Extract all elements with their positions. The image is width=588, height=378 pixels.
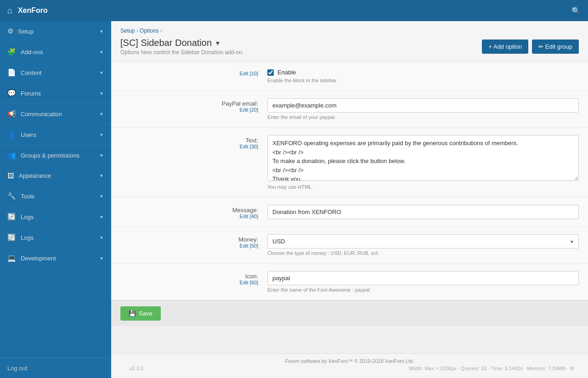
message-label: Message: Edit [40] [120,205,267,219]
sidebar-item-label: Add-ons [21,49,43,56]
paypal-email-row: PayPal email: Edit [20] Enter the email … [111,91,588,128]
sidebar-item-logs2[interactable]: 🔄 Logs ▼ [0,227,111,248]
money-label: Money: Edit [50] [120,234,267,248]
communication-icon: 📢 [7,110,16,118]
paypal-email-control: Enter the email of your paypal. [267,98,579,120]
sidebar-item-label: Development [21,255,56,262]
top-nav: ⌂ XenForo 🔍 [0,0,588,21]
page-subtitle: Options here control the Sidebar Donatio… [120,49,243,56]
sidebar-item-label: Forums [21,90,41,97]
add-option-button[interactable]: + Add option [482,39,528,54]
breadcrumb: Setup › Options › [120,28,579,34]
text-label: Text: Edit [30] [120,135,267,149]
paypal-edit-link[interactable]: Edit [20] [120,107,258,113]
paypal-email-input[interactable] [267,98,579,113]
enable-checkbox[interactable] [267,69,274,76]
groups-icon: 👥 [7,151,16,159]
money-select[interactable]: USD EUR RUB [267,234,579,248]
icon-row: Icon: Edit [60] Enter the name of the Fo… [111,264,588,300]
message-edit-link[interactable]: Edit [40] [120,214,258,219]
chevron-down-icon: ▼ [99,256,104,261]
icon-hint: Enter the name of the Font Awesome : pay… [267,287,579,293]
sidebar-item-logs1[interactable]: 🔄 Logs ▼ [0,207,111,227]
text-row: Text: Edit [30] XENFORO operating expens… [111,128,588,197]
sidebar-item-label: Communication [21,111,62,118]
money-row: Money: Edit [50] USD EUR RUB [111,227,588,264]
sidebar-item-development[interactable]: 💻 Development ▼ [0,248,111,269]
enable-hint: Enable the block in the sidebar [267,78,579,83]
form-area: Edit [10] Enable Enable the block in the… [111,62,588,353]
chevron-down-icon: ▼ [99,235,104,240]
save-icon: 💾 [129,310,136,317]
breadcrumb-setup[interactable]: Setup [120,28,135,34]
breadcrumb-options[interactable]: Options [140,28,158,34]
appearance-icon: 🖼 [7,172,14,180]
app-title: XenForo [18,6,48,15]
sidebar-item-forums[interactable]: 💬 Forums ▼ [0,83,111,104]
sidebar-item-label: Users [21,131,36,138]
sidebar-item-users[interactable]: 👤 Users ▼ [0,124,111,145]
main-layout: ⚙ Setup ▼ 🧩 Add-ons ▼ 📄 Content ▼ 💬 Foru… [0,21,588,378]
page-title-row: [SC] Sidebar Donation ▼ Options here con… [120,38,579,61]
sidebar-item-content[interactable]: 📄 Content ▼ [0,62,111,83]
chevron-down-icon: ▼ [99,70,104,75]
chevron-down-icon: ▼ [99,214,104,220]
chevron-down-icon: ▼ [99,132,104,137]
content-area: Setup › Options › [SC] Sidebar Donation … [111,21,588,378]
logout-link[interactable]: Log out [7,365,27,372]
sidebar-item-addons[interactable]: 🧩 Add-ons ▼ [0,42,111,62]
enable-control: Enable Enable the block in the sidebar [267,69,579,83]
sidebar-item-label: Groups & permissions [21,152,79,159]
sidebar-item-groups[interactable]: 👥 Groups & permissions ▼ [0,145,111,166]
page-title: [SC] Sidebar Donation ▼ [120,38,243,48]
footer-copyright: Forum software by XenForo™ © 2010-2018 X… [116,358,583,364]
message-row: Message: Edit [40] [111,197,588,227]
form-section: Edit [10] Enable Enable the block in the… [111,62,588,300]
save-button[interactable]: 💾 Save [120,306,161,321]
save-bar: 💾 Save [111,300,588,326]
icon-label: Icon: Edit [60] [120,271,267,285]
chevron-down-icon: ▼ [99,112,104,117]
chevron-down-icon: ▼ [99,50,104,55]
footer-gear-icon[interactable]: ⚙ [570,366,574,371]
text-textarea[interactable]: XENFORO operating expenses are primarily… [267,135,579,181]
chevron-down-icon: ▼ [99,153,104,158]
sidebar-item-setup[interactable]: ⚙ Setup ▼ [0,21,111,42]
edit-group-button[interactable]: ✏ Edit group [532,39,579,54]
enable-row: Edit [10] Enable Enable the block in the… [111,62,588,91]
sidebar-item-label: Logs [21,214,34,220]
message-input[interactable] [267,205,579,219]
sidebar-item-label: Appearance [19,172,51,179]
chevron-down-icon: ▼ [99,194,104,199]
text-edit-link[interactable]: Edit [30] [120,144,258,149]
enable-label: Edit [10] [120,69,267,76]
logs1-icon: 🔄 [7,213,16,221]
content-icon: 📄 [7,68,16,77]
text-control: XENFORO operating expenses are primarily… [267,135,579,190]
money-edit-link[interactable]: Edit [50] [120,243,258,248]
users-icon: 👤 [7,130,16,139]
page-header: Setup › Options › [SC] Sidebar Donation … [111,21,588,62]
icon-edit-link[interactable]: Edit [60] [120,280,258,285]
logs2-icon: 🔄 [7,233,16,242]
sidebar-item-communication[interactable]: 📢 Communication ▼ [0,104,111,124]
sidebar-item-label: Logs [21,234,34,241]
text-hint: You may use HTML. [267,184,579,190]
enable-edit-link[interactable]: Edit [10] [120,71,258,76]
sidebar-item-tools[interactable]: 🔧 Tools ▼ [0,186,111,207]
chevron-down-icon: ▼ [99,29,104,34]
header-buttons: + Add option ✏ Edit group [482,39,579,54]
version-label: v2.0.3 [125,366,143,371]
home-icon[interactable]: ⌂ [7,6,12,16]
chevron-down-icon: ▼ [99,173,104,178]
forums-icon: 💬 [7,89,16,97]
search-icon[interactable]: 🔍 [571,6,581,15]
icon-input[interactable] [267,271,579,285]
title-dropdown-icon[interactable]: ▼ [215,39,221,47]
sidebar-item-label: Setup [18,28,34,35]
paypal-email-label: PayPal email: Edit [20] [120,98,267,113]
paypal-email-hint: Enter the email of your paypal. [267,114,579,120]
message-control [267,205,579,219]
sidebar-item-appearance[interactable]: 🖼 Appearance ▼ [0,166,111,186]
sidebar-item-label: Tools [21,193,34,200]
